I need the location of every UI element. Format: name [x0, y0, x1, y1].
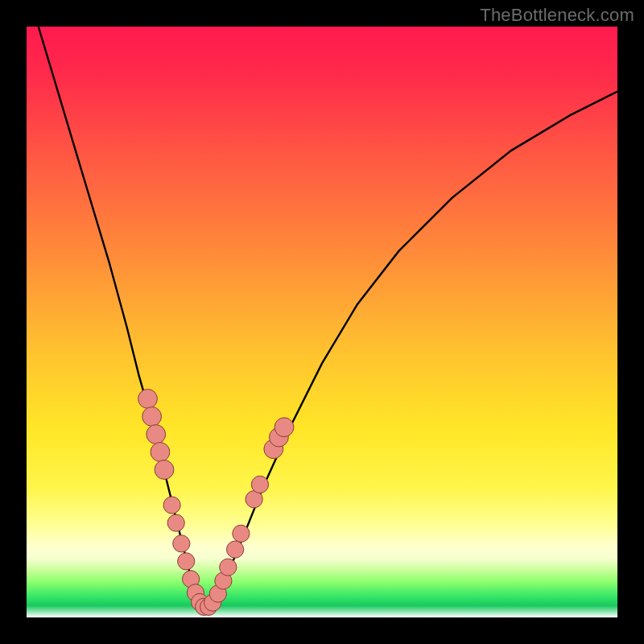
curve-marker	[220, 559, 237, 576]
outer-frame: TheBottleneck.com	[0, 0, 644, 644]
curve-marker	[167, 514, 184, 531]
curve-marker	[251, 476, 268, 493]
curve-marker	[233, 525, 250, 542]
curve-markers	[138, 390, 294, 616]
curve-marker	[275, 418, 294, 437]
curve-marker	[178, 553, 195, 570]
curve-marker	[142, 407, 162, 427]
watermark-text: TheBottleneck.com	[480, 5, 634, 26]
curve-marker	[227, 541, 244, 558]
curve-marker	[138, 390, 158, 409]
curve-marker	[147, 425, 166, 444]
curve-marker	[151, 443, 170, 462]
curve-marker	[163, 497, 180, 514]
plot-area	[27, 27, 617, 617]
bottleneck-curve	[39, 27, 617, 609]
curve-marker	[173, 535, 190, 552]
curve-marker	[155, 460, 174, 480]
chart-svg	[27, 27, 617, 617]
